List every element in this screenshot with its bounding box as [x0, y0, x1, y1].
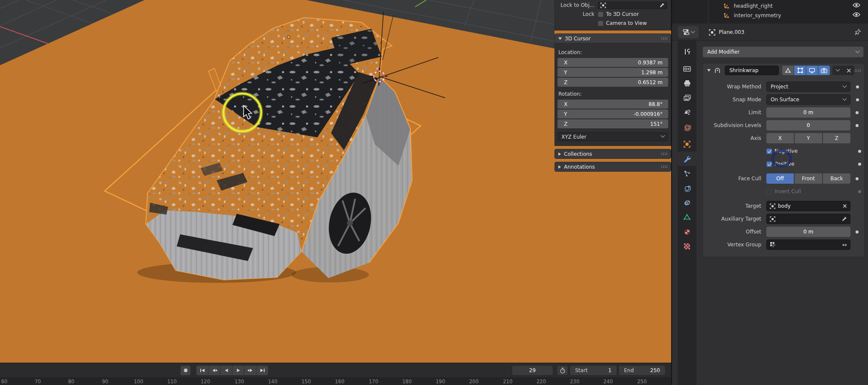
- lock-object-field[interactable]: [598, 2, 667, 9]
- next-keyframe-button[interactable]: [244, 366, 256, 375]
- axis-x-button[interactable]: X: [766, 133, 794, 143]
- keyframe-dot[interactable]: [856, 124, 859, 127]
- mesh-data-icon: [770, 216, 775, 222]
- preview-range-button[interactable]: [557, 365, 568, 376]
- cursor-rotation-x[interactable]: X88.8°: [558, 100, 668, 109]
- modifier-properties: Add Modifier Shrinkwrap: [696, 41, 868, 385]
- drag-dots-icon[interactable]: [854, 69, 861, 72]
- keyframe-dot[interactable]: [858, 150, 861, 153]
- cursor-rotation-y[interactable]: Y-0.000916°: [558, 109, 668, 118]
- row-subdivision-levels: Subdivision Levels 0: [703, 120, 864, 130]
- tab-physics[interactable]: [678, 181, 696, 195]
- previous-keyframe-button[interactable]: [208, 366, 220, 375]
- tab-object-data[interactable]: [678, 210, 696, 224]
- current-frame-field[interactable]: 29: [512, 365, 553, 376]
- modifier-extras-dropdown[interactable]: [832, 66, 843, 75]
- lock-label: Lock: [558, 11, 598, 17]
- jump-to-end-button[interactable]: [256, 366, 268, 375]
- wrap-method-select[interactable]: Project: [766, 82, 850, 92]
- tab-object[interactable]: [678, 137, 696, 152]
- tab-material[interactable]: [678, 224, 696, 239]
- toggle-render[interactable]: [818, 66, 830, 75]
- modifier-delete-button[interactable]: [844, 66, 854, 75]
- close-icon: [847, 68, 851, 73]
- tab-world[interactable]: [678, 120, 696, 134]
- cursor-rotation-z[interactable]: Z151°: [558, 119, 668, 128]
- tab-output[interactable]: [678, 76, 696, 91]
- tab-texture[interactable]: [678, 239, 696, 254]
- vertex-group-field[interactable]: ↔: [766, 239, 850, 250]
- snap-mode-select[interactable]: On Surface: [766, 94, 850, 105]
- outliner-item-headlight-right[interactable]: headlight_right: [672, 1, 868, 10]
- drag-dots-icon[interactable]: [661, 152, 667, 155]
- to-3d-cursor-label: To 3D Cursor: [606, 11, 639, 17]
- face-cull-off-button[interactable]: Off: [766, 173, 794, 184]
- pin-icon[interactable]: [855, 29, 861, 36]
- eyedropper-icon[interactable]: [841, 216, 847, 222]
- offset-field[interactable]: 0 m: [766, 227, 850, 237]
- drag-dots-icon[interactable]: [661, 37, 667, 40]
- eyedropper-icon[interactable]: [659, 3, 665, 8]
- keyframe-dot[interactable]: [856, 230, 859, 233]
- frame-end-field[interactable]: End 250: [618, 365, 666, 376]
- tab-particles[interactable]: [678, 166, 696, 181]
- cursor-location-y[interactable]: Y1.298 m: [558, 68, 668, 77]
- panel-header-3d-cursor[interactable]: 3D Cursor: [555, 33, 671, 43]
- viewport-3d[interactable]: Lock to Obj... Lock: [0, 0, 671, 363]
- cursor-location-z[interactable]: Z0.6512 m: [558, 78, 668, 87]
- axis-y-button[interactable]: Y: [795, 133, 822, 143]
- add-modifier-button[interactable]: Add Modifier: [702, 46, 864, 58]
- auto-keying-record-button[interactable]: [181, 366, 190, 375]
- tab-scene[interactable]: [678, 105, 696, 120]
- keyframe-dot[interactable]: [856, 177, 859, 180]
- editor-type-selector[interactable]: [678, 26, 699, 38]
- to-3d-cursor-checkbox[interactable]: [598, 12, 603, 17]
- object-origin-dot: [287, 36, 290, 39]
- tab-modifiers[interactable]: [678, 152, 696, 166]
- negative-checkbox[interactable]: [766, 149, 772, 154]
- tab-render[interactable]: [678, 61, 696, 76]
- keyframe-dot[interactable]: [858, 163, 861, 166]
- clear-target-icon[interactable]: [843, 204, 847, 208]
- tab-constraints[interactable]: [678, 195, 696, 210]
- modifier-name-field[interactable]: Shrinkwrap: [725, 66, 779, 75]
- keyframe-dot[interactable]: [856, 85, 859, 88]
- jump-to-start-button[interactable]: [196, 366, 208, 375]
- panel-header-collections[interactable]: Collections: [555, 149, 671, 159]
- tab-view-layer[interactable]: [678, 91, 696, 105]
- invert-cull-checkbox[interactable]: [766, 189, 772, 194]
- eye-icon[interactable]: [853, 3, 860, 9]
- modifier-display-toggles: [782, 66, 830, 75]
- auxiliary-target-field[interactable]: [766, 214, 850, 224]
- texture-checker-icon: [684, 243, 690, 250]
- record-icon: [183, 368, 188, 373]
- play-button[interactable]: [232, 366, 244, 375]
- toggle-on-cage[interactable]: [782, 66, 794, 75]
- cursor-location-x[interactable]: X0.9387 m: [558, 58, 668, 67]
- axis-z-button[interactable]: Z: [823, 133, 850, 143]
- face-cull-front-button[interactable]: Front: [795, 173, 822, 184]
- frame-start-field[interactable]: Start 1: [570, 365, 617, 376]
- keyframe-dot[interactable]: [856, 111, 859, 114]
- target-object-field[interactable]: body: [766, 201, 850, 211]
- keyframe-dot[interactable]: [856, 98, 859, 101]
- outliner-item-interior-symmetry[interactable]: interior_symmetry: [672, 11, 868, 20]
- subdivision-levels-field[interactable]: 0: [766, 120, 850, 130]
- tab-tool[interactable]: [678, 44, 696, 59]
- camera-to-view-checkbox[interactable]: [598, 21, 603, 26]
- face-cull-back-button[interactable]: Back: [823, 173, 850, 184]
- keyframe-dot[interactable]: [858, 190, 861, 193]
- limit-field[interactable]: 0 m: [766, 107, 850, 118]
- panel-header-annotations[interactable]: Annotations: [555, 162, 671, 172]
- play-reverse-button[interactable]: [220, 366, 232, 375]
- toggle-realtime[interactable]: [806, 66, 818, 75]
- drag-dots-icon[interactable]: [661, 165, 667, 168]
- eye-icon[interactable]: [853, 12, 860, 18]
- toggle-edit-mode[interactable]: [794, 66, 806, 75]
- invert-vertex-group-icon[interactable]: ↔: [842, 242, 847, 248]
- expand-triangle-icon[interactable]: [707, 69, 711, 72]
- frame-ruler[interactable]: 60 70 80 90 100 110 120 130 140 150 160 …: [0, 377, 671, 385]
- modifier-header[interactable]: Shrinkwrap: [703, 64, 864, 77]
- positive-checkbox[interactable]: [766, 161, 772, 167]
- rotation-mode-select[interactable]: XYZ Euler: [558, 132, 668, 141]
